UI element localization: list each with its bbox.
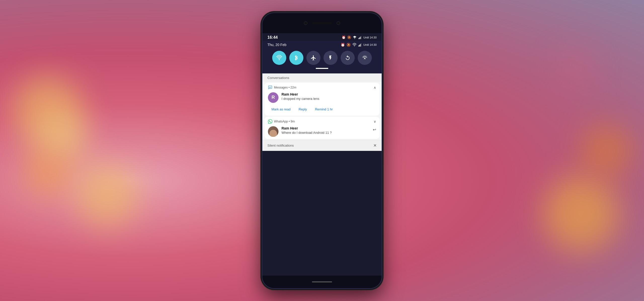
svg-rect-7 [359, 45, 360, 47]
svg-rect-3 [360, 37, 360, 39]
svg-rect-9 [361, 43, 361, 47]
notification-area: Conversations [262, 73, 382, 151]
notif-app-info-whatsapp: WhatsApp • 9m [268, 119, 295, 124]
messages-notif-content: Ram Heer I dropped my camera lens [281, 92, 376, 101]
qs-signal-icon [358, 43, 362, 47]
bokeh-blob [556, 50, 594, 88]
status-bar: 16:44 ⏰ 🔕 [262, 33, 382, 41]
phone-top-bar [262, 13, 382, 33]
svg-rect-6 [358, 45, 359, 46]
whatsapp-notif-body: Ram Heer Where do I download Android 11 … [264, 125, 380, 139]
reply-button[interactable]: Reply [295, 106, 310, 113]
qs-date: Thu, 20 Feb [267, 43, 287, 47]
svg-point-0 [354, 38, 355, 39]
bokeh-blob [25, 151, 70, 196]
mark-as-read-button[interactable]: Mark as read [268, 106, 294, 113]
bokeh-blob [543, 176, 619, 251]
qs-wifi-icon [352, 43, 357, 47]
svg-rect-4 [361, 36, 361, 39]
speaker-grill [312, 22, 332, 24]
qs-header: Thu, 20 Feb ⏰ 🔕 [266, 41, 378, 50]
messages-notif-actions: Mark as read Reply Remind 1 hr [264, 105, 380, 116]
notif-header-messages: Messages • 22m ∧ [264, 83, 380, 91]
qs-tile-bluetooth[interactable] [289, 51, 303, 65]
conversations-header: Conversations [262, 73, 382, 82]
home-bar[interactable] [312, 281, 332, 282]
messages-notif-message: I dropped my camera lens [281, 97, 376, 101]
bokeh-blob [581, 126, 631, 176]
qs-battery-text: Until 14:30 [363, 43, 377, 46]
quick-settings-tiles [266, 50, 378, 68]
qs-alarm-icon: ⏰ [341, 43, 345, 47]
notif-header-whatsapp: WhatsApp • 9m ∨ [264, 117, 380, 125]
camera-dot-left [304, 21, 307, 25]
messages-notification-card: Messages • 22m ∧ R Ram Heer I dropped my… [264, 83, 380, 116]
quick-settings-panel: Thu, 20 Feb ⏰ 🔕 [262, 41, 382, 73]
battery-until: Until 14:30 [363, 36, 377, 39]
qs-header-icons: ⏰ 🔕 [341, 43, 377, 47]
silent-close-button[interactable]: ✕ [373, 143, 377, 148]
bokeh-blob [75, 163, 138, 226]
svg-rect-13 [269, 88, 271, 88]
svg-point-5 [354, 46, 355, 46]
whatsapp-app-icon [268, 119, 272, 124]
status-icons: ⏰ 🔕 Until [342, 35, 377, 39]
svg-point-10 [279, 59, 280, 60]
svg-rect-2 [359, 37, 360, 39]
qs-tile-flashlight[interactable] [324, 51, 338, 65]
alarm-icon: ⏰ [342, 35, 346, 39]
svg-rect-8 [360, 44, 360, 47]
whatsapp-sender-avatar [268, 126, 278, 137]
camera-area [304, 21, 340, 25]
qs-tile-airplane[interactable] [306, 51, 320, 65]
notif-app-info-messages: Messages • 22m [268, 85, 296, 90]
messages-notif-body: R Ram Heer I dropped my camera lens [264, 91, 380, 105]
whatsapp-notif-content: Ram Heer Where do I download Android 11 … [281, 126, 370, 135]
whatsapp-reply-icon[interactable]: ↩ [373, 126, 376, 132]
phone-device: 16:44 ⏰ 🔕 [262, 12, 382, 289]
camera-dot-right [337, 21, 340, 25]
remind-button[interactable]: Remind 1 hr [311, 106, 336, 113]
silent-notifications-bar: Silent notifications ✕ [262, 140, 382, 151]
qs-tile-wifi[interactable] [272, 51, 286, 65]
messages-app-name: Messages • 22m [274, 86, 296, 89]
whatsapp-notif-message: Where do I download Android 11 ? [281, 131, 370, 135]
phone-screen: 16:44 ⏰ 🔕 [262, 33, 382, 276]
status-time: 16:44 [267, 35, 278, 40]
qs-tile-auto-rotate[interactable] [341, 51, 355, 65]
svg-rect-1 [358, 38, 359, 39]
whatsapp-expand-chevron[interactable]: ∨ [374, 119, 376, 123]
phone-bottom-bar [262, 276, 382, 288]
whatsapp-sender-name: Ram Heer [281, 126, 370, 130]
wifi-status-icon [353, 36, 357, 39]
messages-app-icon [268, 85, 272, 90]
messages-expand-chevron[interactable]: ∧ [374, 85, 376, 90]
messages-sender-name: Ram Heer [281, 92, 376, 96]
signal-icon [358, 36, 362, 39]
qs-tile-hotspot[interactable] [358, 51, 372, 65]
whatsapp-app-name: WhatsApp • 9m [274, 120, 295, 123]
qs-mute-icon: 🔕 [346, 43, 351, 47]
whatsapp-notification-card: WhatsApp • 9m ∨ Ram Heer Where do I down… [264, 117, 380, 139]
silent-label: Silent notifications [267, 144, 294, 147]
svg-rect-12 [269, 87, 271, 87]
qs-indicator-bar [316, 68, 328, 69]
messages-sender-avatar: R [268, 92, 278, 103]
avatar-face [269, 130, 277, 137]
qs-indicator [266, 68, 378, 71]
phone-body: 16:44 ⏰ 🔕 [262, 12, 382, 289]
mute-icon: 🔕 [347, 35, 351, 39]
